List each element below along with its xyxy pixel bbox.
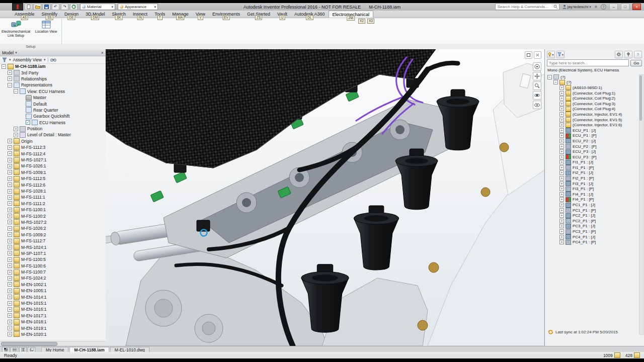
pan-button[interactable] bbox=[533, 72, 541, 80]
tree-item[interactable]: +Origin bbox=[0, 138, 105, 144]
expand-icon[interactable]: + bbox=[8, 145, 12, 150]
expand-icon[interactable]: + bbox=[8, 239, 12, 243]
chevron-down-icon[interactable]: ▾ bbox=[44, 58, 46, 62]
expand-icon[interactable]: + bbox=[559, 96, 564, 101]
expand-icon[interactable]: + bbox=[8, 276, 12, 281]
tree-item[interactable]: +(AS610-98SD:1) bbox=[546, 85, 639, 90]
expand-icon[interactable]: + bbox=[559, 118, 564, 122]
appearance-dropdown[interactable]: Appearance ▾ bbox=[118, 4, 158, 10]
tree-item[interactable]: +FI4_P1 : [J] bbox=[546, 192, 639, 197]
collapse-icon[interactable]: − bbox=[547, 75, 552, 79]
tree-item[interactable]: +M-EN-1016:1 bbox=[0, 306, 105, 312]
tree-item[interactable]: +ECU_P3 : [P] bbox=[546, 154, 639, 160]
tree-item[interactable]: +(Connector, Coil Plug:1) bbox=[546, 90, 639, 96]
expand-icon[interactable]: + bbox=[559, 213, 564, 218]
ribbon-tab[interactable]: SimplifySS bbox=[38, 11, 61, 18]
ribbon-tab[interactable]: InspectIN bbox=[129, 11, 151, 18]
tree-item[interactable]: Master bbox=[0, 95, 105, 101]
expand-icon[interactable]: + bbox=[8, 332, 12, 336]
tree-item[interactable]: +M-FS-1028:1 bbox=[0, 188, 105, 194]
expand-icon[interactable]: + bbox=[559, 149, 564, 154]
expand-icon[interactable]: + bbox=[559, 128, 564, 133]
expand-icon[interactable]: + bbox=[8, 307, 12, 312]
expand-icon[interactable]: + bbox=[8, 70, 12, 75]
tree-item[interactable]: +FI3_P1 : [J] bbox=[546, 181, 639, 187]
tree-filter-button[interactable]: ▾ bbox=[556, 51, 565, 58]
collapse-icon[interactable]: − bbox=[553, 80, 558, 84]
tree-item[interactable]: −(?) bbox=[546, 74, 639, 80]
pin-button[interactable] bbox=[624, 51, 632, 58]
tree-item[interactable]: +M-FS-1111:2 bbox=[0, 201, 105, 207]
doc-restore-button[interactable] bbox=[525, 51, 532, 59]
ribbon-tab[interactable]: SketchSK bbox=[109, 11, 130, 18]
checkbox-checked[interactable]: ✓ bbox=[26, 120, 30, 125]
expand-icon[interactable]: + bbox=[8, 220, 12, 224]
tree-item[interactable]: +M-EN-1002:1 bbox=[0, 282, 105, 288]
tree-item[interactable]: +M-FS-1100:7 bbox=[0, 269, 105, 275]
collapse-icon[interactable]: − bbox=[8, 83, 12, 87]
expand-icon[interactable]: + bbox=[559, 165, 564, 170]
expand-icon[interactable]: + bbox=[8, 189, 12, 194]
tree-item[interactable]: +Relationships bbox=[0, 76, 105, 82]
inventor-app-button[interactable] bbox=[12, 3, 23, 11]
tree-item[interactable]: +M-FS-1100:2 bbox=[0, 213, 105, 219]
scrollbar-thumb[interactable] bbox=[639, 75, 642, 121]
tree-item[interactable]: +ECU_P2 : [J] bbox=[546, 138, 639, 144]
expand-icon[interactable]: + bbox=[559, 133, 564, 138]
close-button[interactable]: × bbox=[632, 4, 641, 10]
help-icon[interactable]: ? bbox=[601, 4, 606, 10]
material-dropdown[interactable]: Material ▾ bbox=[80, 4, 115, 10]
model-canvas[interactable] bbox=[106, 49, 544, 346]
expand-icon[interactable]: + bbox=[8, 295, 12, 299]
scrollbar-thumb[interactable] bbox=[1, 342, 57, 346]
expand-icon[interactable]: + bbox=[14, 127, 18, 131]
expand-icon[interactable]: + bbox=[559, 144, 564, 149]
expand-icon[interactable]: + bbox=[8, 251, 12, 255]
tree-item[interactable]: +FI1_P1 : [P] bbox=[546, 165, 639, 170]
tree-item[interactable]: +FI4_P1 : [P] bbox=[546, 197, 639, 203]
viewport-3d[interactable] bbox=[106, 49, 544, 346]
expand-icon[interactable]: + bbox=[8, 326, 12, 330]
tree-item[interactable]: Rear Quarter bbox=[0, 107, 105, 113]
expand-icon[interactable]: + bbox=[559, 229, 564, 234]
tree-item[interactable]: +PC3_P1 : [P] bbox=[546, 229, 639, 234]
tree-item[interactable]: +FI1_P1 : [J] bbox=[546, 160, 639, 165]
filter-icon[interactable] bbox=[2, 57, 7, 62]
tree-item[interactable]: Default bbox=[0, 101, 105, 107]
tree-item[interactable]: +3rd Party bbox=[0, 69, 105, 75]
update-icon[interactable] bbox=[70, 4, 77, 10]
help-search[interactable] bbox=[495, 4, 559, 10]
electromechanical-link-setup-button[interactable]: Electromechanical Link Setup bbox=[2, 19, 30, 45]
full-navigation-wheel-button[interactable] bbox=[533, 62, 541, 71]
tree-item[interactable]: +M-FS-1026:2 bbox=[0, 225, 105, 231]
expand-icon[interactable]: + bbox=[8, 208, 12, 212]
tree-item[interactable]: +PC4_P1 : [J] bbox=[546, 234, 639, 240]
expand-icon[interactable]: + bbox=[8, 201, 12, 206]
expand-icon[interactable]: + bbox=[8, 257, 12, 262]
expand-icon[interactable]: + bbox=[8, 164, 12, 168]
help-button[interactable]: ? bbox=[634, 51, 642, 58]
expand-icon[interactable]: + bbox=[559, 155, 564, 159]
tree-item[interactable]: +M-FS-1100:5 bbox=[0, 256, 105, 262]
tree-item[interactable]: −(?) bbox=[546, 80, 639, 85]
expand-icon[interactable]: + bbox=[8, 245, 12, 249]
tree-item[interactable]: +M-FS-1112:3 bbox=[0, 144, 105, 150]
ribbon-tab[interactable]: Autodesk A360DL bbox=[291, 11, 329, 18]
tree-item[interactable]: +M-FS-1111:1 bbox=[0, 194, 105, 200]
tree-item[interactable]: +(Connector, Injector, EV1:4) bbox=[546, 112, 639, 117]
tree-item[interactable]: +(Connector, Coil Plug:4) bbox=[546, 107, 639, 112]
tree-item[interactable]: +M-FS-1112:5 bbox=[0, 175, 105, 182]
tree-item[interactable]: +M-FS-1112:7 bbox=[0, 238, 105, 244]
expand-icon[interactable]: + bbox=[559, 187, 564, 191]
expand-icon[interactable]: + bbox=[559, 235, 564, 239]
ribbon-tab[interactable]: Get StartedZS bbox=[244, 11, 274, 18]
em-search-input[interactable] bbox=[547, 59, 629, 66]
browser-horizontal-scrollbar[interactable] bbox=[0, 341, 106, 346]
expand-icon[interactable]: + bbox=[8, 320, 12, 324]
expand-icon[interactable]: + bbox=[559, 139, 564, 143]
expand-icon[interactable]: + bbox=[559, 240, 564, 244]
expand-icon[interactable]: + bbox=[8, 270, 12, 275]
find-binoculars-icon[interactable] bbox=[50, 57, 56, 62]
redo-icon[interactable]: ↷ bbox=[61, 4, 68, 10]
tree-item[interactable]: −M-CH-1188.iam bbox=[0, 63, 105, 69]
